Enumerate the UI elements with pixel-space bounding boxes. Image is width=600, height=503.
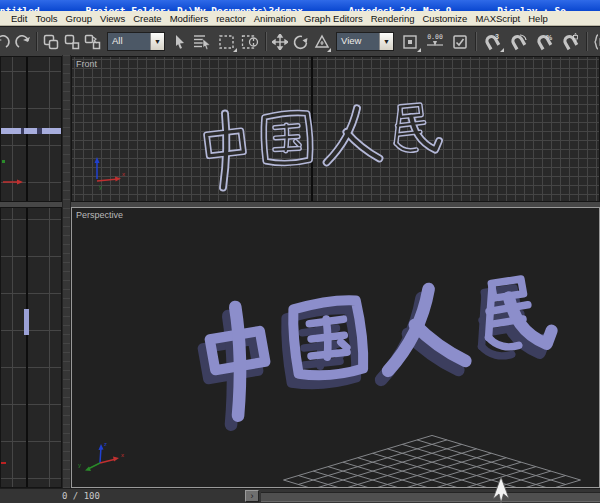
percent-snap-button[interactable]: % xyxy=(531,30,557,53)
menu-customize[interactable]: Customize xyxy=(419,13,472,24)
selection-filter-value: All xyxy=(108,33,150,50)
svg-text:y: y xyxy=(99,184,102,190)
select-and-manipulate-button[interactable]: 0.00 xyxy=(422,30,448,53)
menu-animation[interactable]: Animation xyxy=(250,13,300,24)
menu-group[interactable]: Group xyxy=(62,13,96,24)
menu-tools[interactable]: Tools xyxy=(31,13,61,24)
window-crossing-icon xyxy=(241,34,259,50)
time-slider-track[interactable] xyxy=(261,492,600,502)
menu-create[interactable]: Create xyxy=(129,13,166,24)
grid-origin-axis xyxy=(26,208,28,487)
rectangular-selection-icon xyxy=(218,34,235,50)
chevron-down-icon: ▼ xyxy=(383,38,390,45)
redo-icon xyxy=(15,35,31,49)
flyout-corner xyxy=(500,48,504,52)
coord-system-value: View xyxy=(337,33,379,50)
axis-tripod xyxy=(1,57,62,202)
keyboard-shortcut-override-button[interactable] xyxy=(448,30,472,53)
svg-text:y: y xyxy=(78,462,81,468)
undo-button[interactable] xyxy=(0,30,12,53)
toolbar-separator xyxy=(583,30,590,53)
spinner-snap-button[interactable] xyxy=(557,30,583,53)
window-crossing-button[interactable] xyxy=(238,30,262,53)
chevron-down-icon: ▼ xyxy=(154,38,161,45)
mouse-cursor xyxy=(485,475,515,503)
menu-views[interactable]: Views xyxy=(96,13,129,24)
toolbar-separator xyxy=(33,30,40,53)
menu-graph-editors[interactable]: Graph Editors xyxy=(300,13,367,24)
rotate-icon xyxy=(293,34,309,50)
select-and-link-icon xyxy=(43,34,59,50)
select-by-name-icon xyxy=(193,34,211,50)
ground-grid xyxy=(284,435,581,488)
main-toolbar: All ▼ View ▼ xyxy=(0,26,600,56)
scene-text-3d[interactable]: y x z xyxy=(72,208,600,488)
use-pivot-point-center-button[interactable] xyxy=(398,30,422,53)
svg-text:z: z xyxy=(104,441,107,447)
angle-snap-button[interactable] xyxy=(505,30,531,53)
viewport-front-label[interactable]: Front xyxy=(76,59,97,69)
svg-text:3: 3 xyxy=(495,33,499,40)
selection-filter-dropdown[interactable]: All ▼ xyxy=(107,32,165,51)
viewport-front[interactable]: Front x y xyxy=(71,56,600,202)
select-by-name-button[interactable] xyxy=(190,30,214,53)
flyout-corner xyxy=(417,48,421,52)
pivot-center-icon xyxy=(402,34,419,50)
named-selection-sets-icon xyxy=(593,34,600,50)
time-slider-frame-indicator[interactable]: 0 / 100 xyxy=(62,491,100,501)
undo-icon xyxy=(0,35,10,49)
menu-help[interactable]: Help xyxy=(524,13,552,24)
edit-named-selection-sets-button[interactable] xyxy=(590,30,600,53)
unlink-selection-icon xyxy=(64,34,80,50)
snap-toggle-button[interactable]: 3 xyxy=(479,30,505,53)
menu-bar: Edit Tools Group Views Create Modifiers … xyxy=(0,11,600,26)
chevron-right-icon: › xyxy=(251,492,254,501)
axis-tripod: y x z xyxy=(78,441,124,471)
menu-reactor[interactable]: reactor xyxy=(212,13,250,24)
select-and-move-button[interactable] xyxy=(269,30,290,53)
angle-snap-icon xyxy=(508,33,528,51)
select-object-button[interactable] xyxy=(169,30,190,53)
move-icon xyxy=(272,34,288,50)
redo-button[interactable] xyxy=(12,30,33,53)
toolbar-separator xyxy=(262,30,269,53)
dropdown-button[interactable]: ▼ xyxy=(379,33,393,50)
bind-to-space-warp-icon xyxy=(84,34,101,50)
spinner-snap-icon xyxy=(560,33,580,51)
svg-text:x: x xyxy=(122,171,125,177)
percent-snap-icon: % xyxy=(534,33,554,51)
snap-magnet-icon: 3 xyxy=(482,33,502,51)
select-and-scale-button[interactable] xyxy=(311,30,332,53)
axis-tripod: x y xyxy=(95,157,126,190)
select-and-link-button[interactable] xyxy=(40,30,61,53)
keyboard-override-icon xyxy=(452,34,468,50)
viewport-perspective[interactable]: Perspective xyxy=(71,207,600,488)
svg-text:%: % xyxy=(546,33,553,40)
manipulate-slider-icon xyxy=(426,41,444,49)
reference-coordinate-dropdown[interactable]: View ▼ xyxy=(336,32,394,51)
axis-tripod xyxy=(1,462,6,464)
menu-maxscript[interactable]: MAXScript xyxy=(471,13,524,24)
select-arrow-icon xyxy=(174,34,186,49)
unlink-selection-button[interactable] xyxy=(61,30,82,53)
flyout-corner xyxy=(327,48,331,52)
viewport-splitter[interactable] xyxy=(62,55,71,488)
scene-text-wireframe[interactable]: x y xyxy=(72,57,600,202)
viewport-perspective-label[interactable]: Perspective xyxy=(76,210,123,220)
bind-to-space-warp-button[interactable] xyxy=(82,30,103,53)
flyout-corner xyxy=(233,48,237,52)
viewport-left-partial[interactable] xyxy=(0,207,62,488)
title-bar[interactable]: Untitled - Project Folder: D:\My Documen… xyxy=(0,0,600,11)
3dsmax-window: Untitled - Project Folder: D:\My Documen… xyxy=(0,0,600,503)
time-slider-arrow-button[interactable]: › xyxy=(245,490,259,502)
dropdown-button[interactable]: ▼ xyxy=(150,33,164,50)
scene-object-side-view[interactable] xyxy=(24,309,29,335)
select-and-rotate-button[interactable] xyxy=(290,30,311,53)
viewport-top-partial[interactable] xyxy=(0,56,62,202)
svg-text:x: x xyxy=(121,452,124,458)
menu-edit[interactable]: Edit xyxy=(7,13,31,24)
toolbar-separator xyxy=(472,30,479,53)
menu-modifiers[interactable]: Modifiers xyxy=(166,13,213,24)
menu-rendering[interactable]: Rendering xyxy=(367,13,419,24)
rectangular-selection-region-button[interactable] xyxy=(214,30,238,53)
